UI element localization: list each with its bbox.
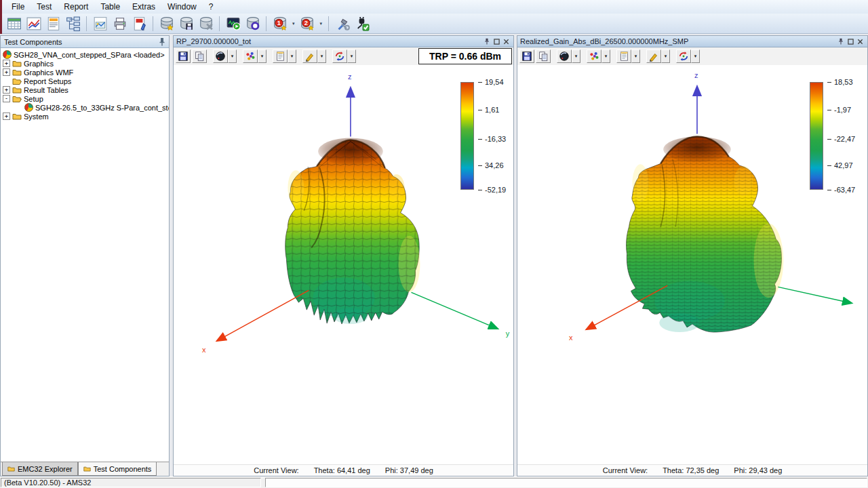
- tree-view-button[interactable]: [64, 15, 82, 33]
- plot-title-bar[interactable]: Realized_Gain_Abs_dBi_26500.000000MHz_SM…: [517, 36, 867, 47]
- dropdown-arrow-icon[interactable]: ▾: [318, 15, 325, 33]
- tree-item-graphics[interactable]: + Graphics: [1, 59, 169, 68]
- tree-item-report-setups[interactable]: Report Setups: [1, 77, 169, 85]
- db-info-button[interactable]: [243, 15, 262, 33]
- dropdown-arrow-icon[interactable]: ▾: [317, 49, 326, 63]
- expand-icon[interactable]: +: [3, 113, 10, 120]
- tree-item-system[interactable]: + System: [1, 112, 169, 121]
- expand-icon[interactable]: +: [3, 86, 10, 94]
- color-settings-button[interactable]: [587, 49, 601, 63]
- options-button[interactable]: [333, 15, 351, 33]
- pin-icon[interactable]: [159, 37, 165, 47]
- connect-device-button[interactable]: [353, 15, 371, 33]
- dropdown-arrow-icon[interactable]: ▾: [228, 49, 237, 63]
- db-restore-1-button[interactable]: 1: [271, 15, 289, 33]
- menu-help[interactable]: ?: [203, 1, 220, 12]
- tab-label: Test Components: [94, 465, 152, 473]
- collapse-icon[interactable]: -: [3, 95, 10, 102]
- pin-icon[interactable]: [482, 37, 492, 46]
- tab-emc32-explorer[interactable]: EMC32 Explorer: [2, 462, 78, 476]
- test-components-tree: SGH28_VNA_cont_stepped_SPara <loaded> + …: [1, 48, 169, 462]
- close-icon[interactable]: [855, 37, 865, 46]
- tree-item-label: System: [24, 113, 49, 121]
- dropdown-arrow-icon[interactable]: ▾: [631, 49, 640, 63]
- menu-window[interactable]: Window: [161, 1, 203, 12]
- copy-plot-button[interactable]: [192, 49, 207, 63]
- plot-title-bar[interactable]: RP_29700.000000_tot: [174, 36, 513, 47]
- tab-test-components[interactable]: Test Components: [78, 462, 157, 476]
- chart-icon: [26, 16, 41, 31]
- scale-rotate-button[interactable]: [332, 49, 347, 63]
- pdf-export-button[interactable]: [130, 15, 149, 33]
- plot-canvas-rp[interactable]: x y z 19,54 1,61 -16,33 34,26 -52,19: [174, 65, 513, 465]
- colorbar-tick: -63,47: [827, 186, 855, 194]
- db-delete-button[interactable]: [197, 15, 215, 33]
- document-icon: [618, 51, 629, 62]
- color-settings-button[interactable]: [243, 49, 258, 63]
- menu-test[interactable]: Test: [31, 1, 58, 12]
- menu-extras[interactable]: Extras: [126, 1, 161, 12]
- plot-canvas-gain[interactable]: x z 18,53 -1,97 -22,47 42,97 -63,47: [517, 65, 867, 465]
- dropdown-arrow-icon[interactable]: ▾: [691, 49, 700, 63]
- report-settings-button[interactable]: [616, 49, 631, 63]
- menu-file[interactable]: File: [5, 1, 31, 12]
- tree-item-root-test[interactable]: SGH28_VNA_cont_stepped_SPara <loaded>: [1, 50, 169, 59]
- expand-icon[interactable]: +: [3, 60, 10, 67]
- folder-icon: [12, 60, 22, 67]
- dropdown-arrow-icon[interactable]: ▾: [258, 49, 267, 63]
- sphere-view-icon: [559, 51, 570, 62]
- report-view-button[interactable]: [44, 15, 62, 33]
- tree-item-label: SGH28_VNA_cont_stepped_SPara <loaded>: [14, 51, 165, 59]
- menu-report[interactable]: Report: [58, 1, 94, 12]
- view-3d-button[interactable]: [213, 49, 228, 63]
- tree-item-setup-child[interactable]: SGH28-26.5_to_33GHz S-Para_cont_stepped: [1, 103, 169, 112]
- dropdown-arrow-icon[interactable]: ▾: [347, 49, 356, 63]
- report-settings-button[interactable]: [273, 49, 288, 63]
- explorer-title: Test Components: [4, 38, 62, 46]
- palette-icon: [589, 51, 599, 62]
- tree-item-graphics-wmf[interactable]: + Graphics WMF: [1, 68, 169, 77]
- marker-button[interactable]: [646, 49, 661, 63]
- menu-table[interactable]: Table: [94, 1, 126, 12]
- dropdown-arrow-icon[interactable]: ▾: [661, 49, 670, 63]
- plot-toolbar: ▾ ▾ ▾ ▾ ▾ TRP = 0.66 dBm: [174, 47, 513, 66]
- tree-item-setup[interactable]: - Setup: [1, 94, 169, 103]
- graph-view-button[interactable]: [24, 15, 43, 33]
- measurement-monitor-icon: [226, 16, 241, 31]
- scale-rotate-button[interactable]: [676, 49, 691, 63]
- tree-item-result-tables[interactable]: + Result Tables: [1, 85, 169, 94]
- dropdown-arrow-icon[interactable]: ▾: [288, 49, 296, 63]
- maximize-icon[interactable]: [492, 37, 501, 46]
- save-plot-button[interactable]: [176, 49, 191, 63]
- toolbar-separator: [266, 16, 267, 31]
- colorbar: [460, 82, 474, 190]
- table-icon: [7, 16, 22, 31]
- expand-icon[interactable]: +: [3, 68, 10, 76]
- colorbar-tick: 1,61: [478, 106, 499, 114]
- table-view-button[interactable]: [5, 15, 23, 33]
- marker-button[interactable]: [302, 49, 317, 63]
- save-plot-button[interactable]: [519, 49, 534, 63]
- tab-label: EMC32 Explorer: [18, 465, 73, 473]
- app-status-bar: (Beta V10.20.50) - AMS32: [0, 476, 868, 488]
- view-3d-button[interactable]: [557, 49, 572, 63]
- dropdown-arrow-icon[interactable]: ▾: [572, 49, 580, 63]
- graphics-view-button[interactable]: [91, 15, 109, 33]
- dropdown-arrow-icon[interactable]: ▾: [601, 49, 610, 63]
- db-save-button[interactable]: [177, 15, 195, 33]
- status-field: [265, 478, 867, 487]
- maximize-icon[interactable]: [846, 37, 855, 46]
- pin-icon[interactable]: [836, 37, 846, 46]
- run-measurement-button[interactable]: [224, 15, 242, 33]
- db-restore-2-button[interactable]: 2: [298, 15, 317, 33]
- palette-icon: [245, 51, 256, 62]
- tree-item-label: Result Tables: [24, 86, 68, 94]
- colorbar-tick: -1,97: [827, 106, 851, 114]
- close-icon[interactable]: [501, 37, 511, 46]
- folder-icon: [12, 113, 22, 120]
- copy-plot-button[interactable]: [536, 49, 551, 63]
- print-button[interactable]: [111, 15, 129, 33]
- db-new-button[interactable]: [157, 15, 176, 33]
- sphere-view-icon: [215, 51, 226, 62]
- dropdown-arrow-icon[interactable]: ▾: [290, 15, 297, 33]
